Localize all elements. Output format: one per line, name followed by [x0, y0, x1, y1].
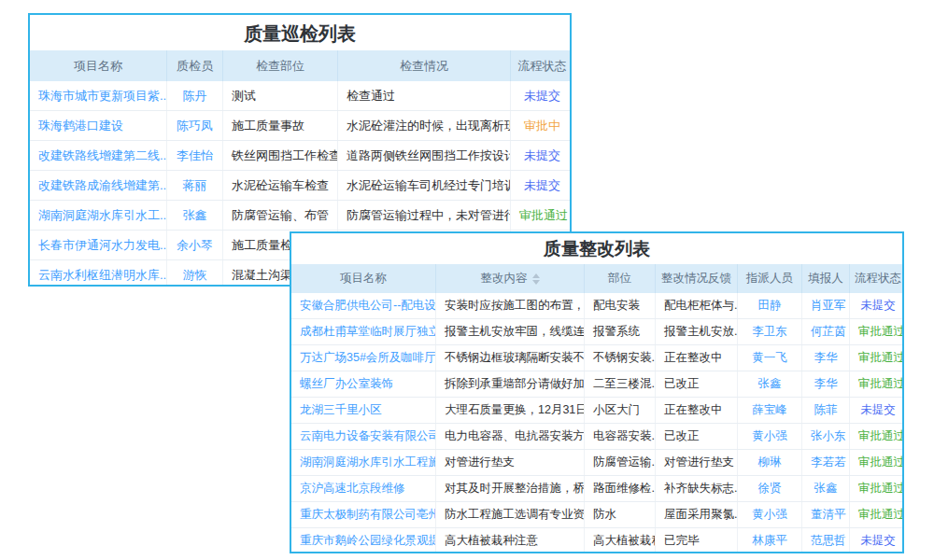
- person-link[interactable]: 张鑫: [758, 377, 782, 390]
- project-name-link[interactable]: 重庆市鹅岭公园绿化景观提升...: [300, 534, 436, 547]
- table-cell: 柳琳: [738, 450, 802, 475]
- project-name-link[interactable]: 万达广场35#会所及咖啡厅空...: [300, 351, 436, 364]
- cell-text: 大理石质量更换，12月31日之...: [445, 403, 585, 416]
- cell-text: 水泥砼灌注的时候，出现离析现象: [347, 119, 511, 133]
- person-link[interactable]: 黄小强: [752, 508, 787, 521]
- person-link[interactable]: 何芷茵: [811, 325, 846, 338]
- status-text: 审批中: [524, 119, 560, 133]
- status-text: 审批通过: [858, 482, 904, 495]
- table-cell: 未提交: [511, 81, 572, 110]
- table-cell: 肖亚军: [802, 293, 850, 318]
- table-cell: 未提交: [850, 293, 904, 318]
- person-link[interactable]: 李华: [814, 351, 838, 364]
- table-cell: 未提交: [850, 528, 904, 553]
- table-row: 京沪高速北京段维修对其及时开展整治措施，桥头...路面维修检...补齐缺失标志.…: [291, 476, 902, 502]
- table-cell: 黄小强: [738, 424, 802, 449]
- person-link[interactable]: 李若若: [811, 455, 846, 469]
- project-name-link[interactable]: 珠海市城市更新项目紫...: [38, 89, 167, 103]
- project-name-link[interactable]: 螺丝厂办公室装饰: [300, 377, 393, 390]
- table-row: 安徽合肥供电公司--配电设备...安装时应按施工图的布置，将...配电安装配电柜…: [291, 293, 902, 319]
- person-link[interactable]: 黄一飞: [752, 351, 787, 364]
- person-link[interactable]: 董清平: [811, 508, 846, 521]
- cell-text: 铁丝网围挡工作检查: [232, 148, 338, 162]
- person-link[interactable]: 范思哲: [811, 534, 846, 547]
- project-name-link[interactable]: 改建铁路线增建第二线...: [38, 148, 167, 162]
- person-link[interactable]: 黄小强: [752, 429, 787, 442]
- person-link[interactable]: 余小琴: [177, 238, 213, 252]
- status-text: 未提交: [524, 178, 560, 192]
- column-header-label: 质检员: [177, 58, 213, 75]
- column-header-1[interactable]: 整改内容: [436, 264, 585, 293]
- cell-text: 测试: [232, 89, 256, 103]
- table-cell: 张鑫: [802, 476, 850, 501]
- table-cell: 已改正: [656, 424, 738, 449]
- table-cell: 施工质量事故: [223, 111, 338, 140]
- project-name-link[interactable]: 云南电力设备安装有限公司20...: [300, 429, 436, 442]
- table-cell: 徐贤: [738, 476, 802, 501]
- project-name-link[interactable]: 成都杜甫草堂临时展厅独立展...: [300, 325, 436, 338]
- person-link[interactable]: 陈菲: [814, 403, 838, 416]
- project-name-link[interactable]: 改建铁路成渝线增建第...: [38, 178, 167, 192]
- table-cell: 正在整改中: [656, 345, 738, 371]
- sort-icons[interactable]: [532, 273, 540, 285]
- column-header-2: 部位: [585, 264, 656, 293]
- project-name-link[interactable]: 珠海鹤港口建设: [38, 119, 123, 133]
- project-name-link[interactable]: 湖南洞庭湖水库引水工...: [38, 208, 167, 222]
- table-row: 重庆太极制药有限公司亳州中...防水工程施工选调有专业资质...防水屋面采用聚氯…: [291, 502, 902, 528]
- project-name-link[interactable]: 龙湖三千里小区: [300, 403, 382, 416]
- table-cell: 不锈钢安装...: [585, 345, 656, 371]
- project-name-link[interactable]: 湖南洞庭湖水库引水工程施工标: [300, 455, 436, 469]
- cell-text: 防腐管运输...: [593, 455, 656, 469]
- sort-descending-icon[interactable]: [532, 280, 540, 285]
- status-text: 未提交: [860, 299, 896, 312]
- table-cell: 黄小强: [738, 502, 802, 527]
- person-link[interactable]: 肖亚军: [811, 299, 846, 312]
- person-link[interactable]: 李卫东: [752, 325, 787, 338]
- table-cell: 防腐管运输...: [585, 450, 656, 475]
- table-row: 珠海市城市更新项目紫...陈丹测试检查通过未提交: [30, 81, 570, 111]
- person-link[interactable]: 张鑫: [814, 482, 838, 495]
- table-row: 云南电力设备安装有限公司20...电力电容器、电抗器安装方案,...电容器安装.…: [291, 424, 902, 450]
- project-name-link[interactable]: 长春市伊通河水力发电...: [38, 238, 167, 252]
- person-link[interactable]: 柳琳: [758, 455, 782, 469]
- project-name-link[interactable]: 安徽合肥供电公司--配电设备...: [300, 299, 436, 312]
- person-link[interactable]: 游恢: [183, 268, 207, 282]
- cell-text: 配电安装: [593, 299, 640, 312]
- sort-ascending-icon[interactable]: [532, 273, 540, 278]
- table-cell: 珠海市城市更新项目紫...: [30, 81, 167, 110]
- cell-text: 电容器安装...: [593, 429, 656, 442]
- person-link[interactable]: 薛宝峰: [752, 403, 787, 416]
- person-link[interactable]: 李华: [814, 377, 838, 390]
- table-cell: 云南电力设备安装有限公司20...: [291, 424, 436, 449]
- cell-text: 施工质量事故: [232, 119, 304, 133]
- person-link[interactable]: 张鑫: [183, 208, 207, 222]
- project-name-link[interactable]: 京沪高速北京段维修: [300, 482, 405, 495]
- table-cell: 审批通过: [850, 319, 904, 344]
- table-cell: 董清平: [802, 502, 850, 527]
- project-name-link[interactable]: 云南水利枢纽潜明水库...: [38, 268, 167, 282]
- person-link[interactable]: 徐贤: [758, 482, 782, 495]
- person-link[interactable]: 陈巧凤: [177, 119, 213, 133]
- project-name-link[interactable]: 重庆太极制药有限公司亳州中...: [300, 508, 436, 521]
- person-link[interactable]: 蒋丽: [183, 178, 207, 192]
- cell-text: 水泥砼运输车检查: [232, 178, 329, 192]
- person-link[interactable]: 李佳怡: [177, 148, 213, 162]
- column-header-label: 检查情况: [400, 58, 448, 75]
- column-header-label: 流程状态: [855, 271, 901, 287]
- person-link[interactable]: 田静: [758, 299, 782, 312]
- cell-text: 报警系统: [593, 325, 640, 338]
- cell-text: 道路两侧铁丝网围挡工作按设计...: [347, 148, 511, 162]
- person-link[interactable]: 陈丹: [183, 89, 207, 103]
- status-text: 未提交: [524, 89, 560, 103]
- column-header-label: 流程状态: [518, 58, 567, 75]
- table-row: 万达广场35#会所及咖啡厅空...不锈钢边框玻璃隔断安装不牢...不锈钢安装..…: [291, 345, 902, 371]
- table-cell: 湖南洞庭湖水库引水工...: [30, 201, 167, 230]
- table-cell: 高大植被栽种: [585, 528, 656, 553]
- inspection-table-header-row: 项目名称质检员检查部位检查情况流程状态: [30, 50, 570, 81]
- table-cell: 检查通过: [338, 81, 511, 110]
- person-link[interactable]: 林康平: [752, 534, 787, 547]
- table-cell: 对管进行垫支: [656, 450, 738, 475]
- table-cell: 不锈钢边框玻璃隔断安装不牢...: [436, 345, 585, 371]
- person-link[interactable]: 张小东: [811, 429, 846, 442]
- table-cell: 重庆市鹅岭公园绿化景观提升...: [291, 528, 436, 553]
